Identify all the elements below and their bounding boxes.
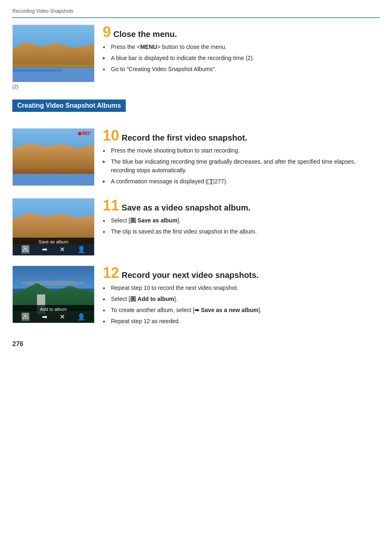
- section-header: Creating Video Snapshot Albums: [12, 99, 126, 112]
- step-12-title-row: 12 Record your next video snapshots.: [103, 266, 380, 280]
- step-11-list: Select [囷 Save as album]. The clip is sa…: [103, 216, 380, 236]
- step-12-image: Add to album 囷 ➡ ✕ 👤: [12, 266, 95, 323]
- step-12-block: Add to album 囷 ➡ ✕ 👤 12 Record your next…: [12, 266, 380, 328]
- step-9-content: 9 Close the menu. Press the <MENU> butto…: [103, 25, 380, 76]
- overlay-icon-delete-12[interactable]: ✕: [60, 313, 65, 321]
- step-10-content: 10 Record the first video snapshot. Pres…: [103, 128, 380, 188]
- step-11-overlay-label: Save as album: [15, 239, 92, 244]
- step-11-title: Save as a video snapshot album.: [122, 203, 250, 213]
- step-11-number: 11: [103, 198, 119, 213]
- top-divider: [12, 17, 380, 18]
- step-12-title: Record your next video snapshots.: [122, 271, 258, 280]
- step-9-title-row: 9 Close the menu.: [103, 25, 380, 39]
- step-9-block: (2) 9 Close the menu. Press the <MENU> b…: [12, 25, 380, 90]
- step-10-camera-image: REC: [12, 128, 95, 186]
- section-header-row: Creating Video Snapshot Albums: [12, 99, 380, 120]
- step-10-list: Press the movie shooting button to start…: [103, 146, 380, 186]
- step-11-image: Save as album 囷 ➡ ✕ 👤: [12, 198, 95, 256]
- step-10-image: REC: [12, 128, 95, 186]
- overlay-icon-new[interactable]: ➡: [42, 245, 47, 253]
- step-12-camera-image: Add to album 囷 ➡ ✕ 👤: [12, 266, 95, 323]
- step-12-bullet-3: To create another album, select [➡ Save …: [103, 306, 380, 315]
- overlay-icon-person[interactable]: 👤: [77, 245, 85, 253]
- step-11-bullet-2: The clip is saved as the first video sna…: [103, 227, 380, 236]
- step-11-overlay-icons[interactable]: 囷 ➡ ✕ 👤: [15, 245, 92, 254]
- step-12-content: 12 Record your next video snapshots. Rep…: [103, 266, 380, 328]
- step-9-number: 9: [103, 25, 111, 39]
- rec-badge: REC: [78, 131, 91, 136]
- step-10-bullet-1: Press the movie shooting button to start…: [103, 146, 380, 155]
- step-12-bullet-2: Select [囷 Add to album].: [103, 295, 380, 303]
- overlay-icon-new-12[interactable]: ➡: [42, 313, 47, 321]
- page-number: 276: [12, 340, 380, 348]
- step-10-number: 10: [103, 128, 119, 143]
- step-12-number: 12: [103, 266, 119, 280]
- step-12-bullet-4: Repeat step 12 as needed.: [103, 317, 380, 326]
- step-12-overlay-label: Add to album: [15, 307, 92, 312]
- step-9-bullet-1: Press the <MENU> button to close the men…: [103, 43, 380, 51]
- step-9-title: Close the menu.: [113, 30, 177, 39]
- step-11-content: 11 Save as a video snapshot album. Selec…: [103, 198, 380, 238]
- step-10-title-row: 10 Record the first video snapshot.: [103, 128, 380, 143]
- step-11-bullet-1: Select [囷 Save as album].: [103, 216, 380, 225]
- step-9-camera-image: [12, 25, 95, 82]
- step-12-list: Repeat step 10 to record the next video …: [103, 284, 380, 326]
- overlay-icon-delete[interactable]: ✕: [60, 245, 65, 253]
- step-10-block: REC 10 Record the first video snapshot. …: [12, 128, 380, 188]
- step-9-list: Press the <MENU> button to close the men…: [103, 43, 380, 74]
- step-12-overlay-icons[interactable]: 囷 ➡ ✕ 👤: [15, 312, 92, 321]
- step-11-overlay: Save as album 囷 ➡ ✕ 👤: [13, 238, 94, 255]
- overlay-icon-album-12[interactable]: 囷: [21, 312, 30, 321]
- step-10-title: Record the first video snapshot.: [122, 133, 247, 143]
- step-11-title-row: 11 Save as a video snapshot album.: [103, 198, 380, 213]
- overlay-icon-person-12[interactable]: 👤: [77, 313, 85, 321]
- step-9-arrow-1: A blue bar is displayed to indicate the …: [103, 54, 380, 62]
- book-icon-1: [208, 179, 214, 184]
- step-12-overlay: Add to album 囷 ➡ ✕ 👤: [13, 305, 94, 323]
- step-11-block: Save as album 囷 ➡ ✕ 👤 11 Save as a video…: [12, 198, 380, 256]
- step-9-label: (2): [12, 84, 95, 90]
- overlay-icon-album[interactable]: 囷: [21, 245, 30, 254]
- breadcrumb: Recording Video Snapshots: [12, 8, 380, 14]
- step-10-arrow-2: A confirmation message is displayed (277…: [103, 177, 380, 186]
- step-9-bullet-2: Go to “Creating Video Snapshot Albums”.: [103, 65, 380, 74]
- step-12-bullet-1: Repeat step 10 to record the next video …: [103, 284, 380, 292]
- step-10-arrow-1: The blue bar indicating recording time g…: [103, 157, 380, 175]
- step-11-camera-image: Save as album 囷 ➡ ✕ 👤: [12, 198, 95, 256]
- step-9-image: (2): [12, 25, 95, 90]
